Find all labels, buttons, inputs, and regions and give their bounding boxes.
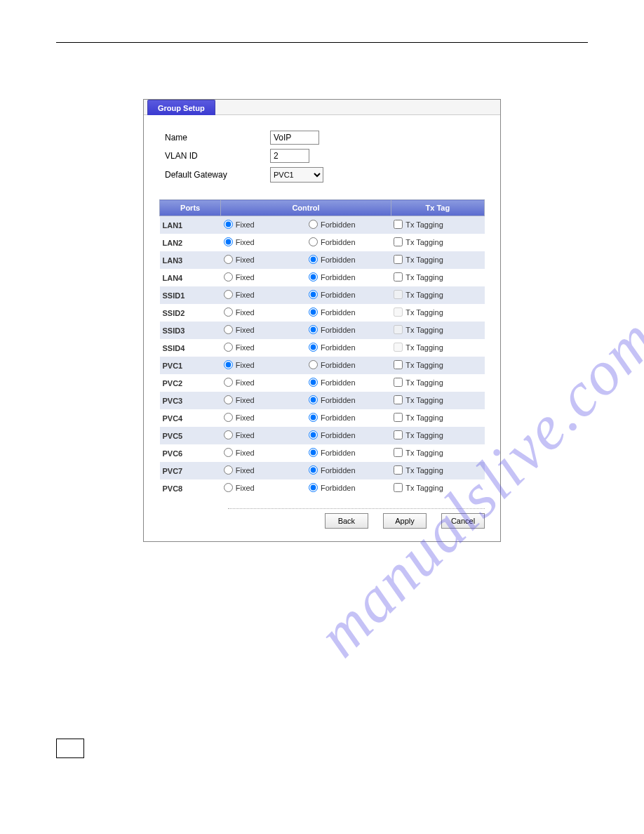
txtag-checkbox[interactable] <box>394 255 403 264</box>
tab-bar: Group Setup <box>144 100 500 115</box>
txtag-checkbox[interactable] <box>394 413 403 422</box>
forbidden-text: Forbidden <box>321 326 356 334</box>
fixed-radio[interactable] <box>224 430 233 439</box>
forbidden-cell: Forbidden <box>306 357 391 374</box>
fixed-radio[interactable] <box>224 307 233 317</box>
fixed-radio[interactable] <box>224 290 233 299</box>
fixed-cell: Fixed <box>221 251 306 269</box>
fixed-radio[interactable] <box>224 343 233 352</box>
forbidden-radio[interactable] <box>309 307 318 317</box>
forbidden-radio[interactable] <box>309 325 318 334</box>
txtag-checkbox[interactable] <box>394 307 403 317</box>
txtag-checkbox[interactable] <box>394 483 403 492</box>
txtag-checkbox[interactable] <box>394 378 403 387</box>
fixed-cell: Fixed <box>221 479 306 497</box>
txtag-checkbox[interactable] <box>394 325 403 334</box>
table-row: SSID1FixedForbiddenTx Tagging <box>160 286 485 304</box>
fixed-cell: Fixed <box>221 374 306 392</box>
txtag-checkbox[interactable] <box>394 395 403 404</box>
forbidden-text: Forbidden <box>321 413 356 422</box>
table-row: PVC1FixedForbiddenTx Tagging <box>160 357 485 374</box>
col-ports: Ports <box>160 200 221 216</box>
txtag-cell: Tx Tagging <box>391 444 484 462</box>
txtag-text: Tx Tagging <box>405 431 443 439</box>
apply-button[interactable]: Apply <box>383 513 427 529</box>
table-row: LAN2FixedForbiddenTx Tagging <box>160 234 485 251</box>
txtag-checkbox[interactable] <box>394 220 403 229</box>
txtag-text: Tx Tagging <box>405 413 443 422</box>
default-gateway-select[interactable]: PVC1 <box>270 167 323 183</box>
fixed-radio[interactable] <box>224 272 233 282</box>
forbidden-radio[interactable] <box>309 430 318 439</box>
table-row: PVC3FixedForbiddenTx Tagging <box>160 392 485 409</box>
fixed-radio[interactable] <box>224 360 233 369</box>
button-row: Back Apply Cancel <box>144 509 500 541</box>
port-name: SSID2 <box>160 304 221 322</box>
forbidden-radio[interactable] <box>309 483 318 492</box>
fixed-radio[interactable] <box>224 448 233 457</box>
port-name: PVC4 <box>160 409 221 427</box>
txtag-checkbox[interactable] <box>394 343 403 352</box>
group-setup-tab[interactable]: Group Setup <box>147 100 215 115</box>
fixed-radio[interactable] <box>224 255 233 264</box>
cancel-button[interactable]: Cancel <box>441 513 485 529</box>
fixed-text: Fixed <box>236 326 255 334</box>
port-name: LAN3 <box>160 251 221 269</box>
port-name: PVC7 <box>160 462 221 479</box>
txtag-text: Tx Tagging <box>405 378 443 387</box>
port-name: SSID3 <box>160 322 221 339</box>
forbidden-radio[interactable] <box>309 360 318 369</box>
txtag-checkbox[interactable] <box>394 290 403 299</box>
forbidden-radio[interactable] <box>309 272 318 282</box>
forbidden-radio[interactable] <box>309 448 318 457</box>
txtag-checkbox[interactable] <box>394 465 403 475</box>
forbidden-radio[interactable] <box>309 237 318 246</box>
fixed-radio[interactable] <box>224 483 233 492</box>
forbidden-radio[interactable] <box>309 255 318 264</box>
txtag-checkbox[interactable] <box>394 448 403 457</box>
fixed-cell: Fixed <box>221 462 306 479</box>
forbidden-cell: Forbidden <box>306 304 391 322</box>
page-number-box <box>56 739 84 758</box>
txtag-checkbox[interactable] <box>394 430 403 439</box>
fixed-radio[interactable] <box>224 395 233 404</box>
forbidden-radio[interactable] <box>309 413 318 422</box>
txtag-checkbox[interactable] <box>394 237 403 246</box>
forbidden-cell: Forbidden <box>306 374 391 392</box>
forbidden-text: Forbidden <box>321 343 356 352</box>
forbidden-radio[interactable] <box>309 378 318 387</box>
fixed-radio[interactable] <box>224 325 233 334</box>
fixed-cell: Fixed <box>221 427 306 444</box>
ports-table: Ports Control Tx Tag LAN1FixedForbiddenT… <box>159 199 485 497</box>
forbidden-radio[interactable] <box>309 465 318 475</box>
fixed-radio[interactable] <box>224 220 233 229</box>
fixed-radio[interactable] <box>224 413 233 422</box>
vlan-id-input[interactable] <box>270 149 309 163</box>
forbidden-cell: Forbidden <box>306 427 391 444</box>
forbidden-text: Forbidden <box>321 256 356 264</box>
forbidden-radio[interactable] <box>309 220 318 229</box>
fixed-cell: Fixed <box>221 269 306 286</box>
name-input[interactable] <box>270 131 319 145</box>
txtag-cell: Tx Tagging <box>391 392 484 409</box>
forbidden-cell: Forbidden <box>306 409 391 427</box>
forbidden-radio[interactable] <box>309 290 318 299</box>
forbidden-radio[interactable] <box>309 395 318 404</box>
forbidden-cell: Forbidden <box>306 322 391 339</box>
txtag-cell: Tx Tagging <box>391 251 484 269</box>
forbidden-cell: Forbidden <box>306 444 391 462</box>
forbidden-radio[interactable] <box>309 343 318 352</box>
back-button[interactable]: Back <box>325 513 368 529</box>
port-name: LAN1 <box>160 216 221 234</box>
txtag-checkbox[interactable] <box>394 360 403 369</box>
txtag-cell: Tx Tagging <box>391 479 484 497</box>
fixed-radio[interactable] <box>224 378 233 387</box>
fixed-text: Fixed <box>236 256 255 264</box>
fixed-radio[interactable] <box>224 237 233 246</box>
txtag-cell: Tx Tagging <box>391 357 484 374</box>
port-name: SSID1 <box>160 286 221 304</box>
txtag-text: Tx Tagging <box>405 361 443 369</box>
fixed-radio[interactable] <box>224 465 233 475</box>
forbidden-cell: Forbidden <box>306 479 391 497</box>
txtag-checkbox[interactable] <box>394 272 403 282</box>
